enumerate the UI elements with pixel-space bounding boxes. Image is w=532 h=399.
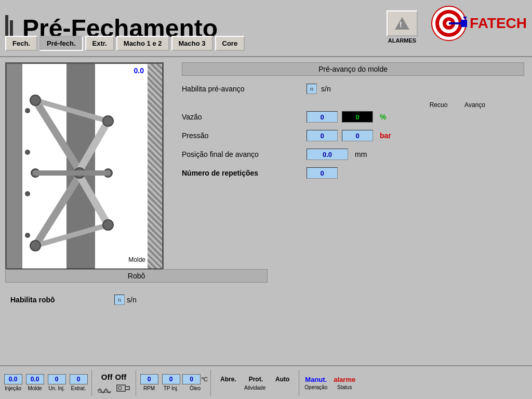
status-bar: 0.0 Injeção 0.0 Molde 0 Un. Inj. 0 Extra… — [0, 365, 532, 399]
machine-icon — [116, 383, 130, 393]
target-icon — [431, 5, 467, 42]
tab-macho3[interactable]: Macho 3 — [171, 36, 213, 51]
prot-indicator: Prot. — [245, 375, 267, 384]
auto-indicator: Auto — [271, 375, 294, 384]
robo-sn-label: s/n — [127, 296, 137, 304]
svg-line-12 — [79, 176, 108, 225]
habilita-sn-field[interactable]: n — [307, 84, 317, 94]
vazao-unit: % — [380, 113, 386, 121]
injecao-cell: 0.0 Injeção — [3, 374, 23, 391]
alarm-label: ALARMES — [388, 37, 416, 44]
mold-mechanism-svg — [20, 69, 164, 277]
pressao-inputs: 0 0 bar — [307, 130, 391, 141]
injecao-value: 0.0 — [4, 374, 22, 384]
posicao-label: Posição final de avanço — [182, 150, 307, 158]
svg-point-31 — [118, 387, 122, 390]
repeticoes-field[interactable]: 0 — [307, 167, 338, 179]
svg-point-26 — [25, 191, 30, 196]
robo-habilita-label: Habilita robô — [10, 296, 114, 304]
oleo-value-group: 0 ºC — [182, 374, 208, 384]
svg-point-25 — [25, 150, 30, 155]
atividade-indicators: Abre. Prot. Auto — [216, 375, 294, 384]
injecao-label: Injeção — [5, 385, 21, 391]
pressao-avanco-field[interactable]: 0 — [342, 130, 373, 141]
svg-point-15 — [30, 95, 41, 105]
sep3 — [210, 370, 211, 396]
vazao-recuo-field[interactable]: 0 — [307, 111, 338, 123]
oleo-cell: 0 ºC Óleo — [182, 374, 208, 391]
alarme-value: alarme — [334, 376, 355, 383]
operacao-label: Operação — [304, 384, 327, 390]
svg-point-21 — [103, 220, 113, 230]
molde-label: Molde — [128, 256, 145, 263]
oleo-unit: ºC — [202, 376, 208, 382]
vazao-label: Vazão — [182, 113, 307, 121]
heat-icon — [97, 383, 112, 393]
posicao-inputs: 0.0 mm — [307, 149, 367, 160]
tab-extr[interactable]: Extr. — [85, 36, 114, 51]
habilita-row: Habilita pré-avanço n s/n — [182, 84, 524, 94]
atividade-group: Abre. Prot. Auto Atividade — [216, 375, 294, 391]
mold-diagram: 0.0 Molde — [5, 62, 164, 281]
svg-point-27 — [25, 233, 30, 238]
vazao-avanco-field[interactable]: 0 — [342, 111, 373, 123]
un-inj-label: Un. Inj. — [48, 385, 65, 391]
un-inj-cell: 0 Un. Inj. — [46, 374, 67, 391]
rpm-value: 0 — [140, 374, 158, 384]
sep2 — [136, 370, 136, 396]
robo-content: Habilita robô n s/n — [5, 290, 268, 309]
vazao-row: Vazão 0 0 % — [182, 111, 524, 123]
svg-rect-7 — [461, 20, 467, 27]
alarm-button[interactable]: ALARMES — [387, 10, 418, 44]
col-avanco: Avanço — [457, 101, 493, 109]
fatech-text: FATECH — [470, 15, 527, 32]
habilita-sn-label: s/n — [321, 85, 331, 93]
oleo-label: Óleo — [190, 385, 201, 391]
tab-fech[interactable]: Fech. — [5, 36, 37, 51]
atividade-label: Atividade — [244, 385, 265, 391]
pre-avanco-header: Pré-avanço do molde — [182, 62, 524, 76]
status-cell-final: alarme Status — [334, 376, 355, 390]
svg-rect-30 — [125, 387, 129, 390]
posicao-field[interactable]: 0.0 — [307, 149, 348, 160]
svg-line-11 — [79, 121, 108, 170]
pressao-label: Pressão — [182, 131, 307, 140]
pressao-row: Pressão 0 0 bar — [182, 130, 524, 141]
operacao-cell: Manut. Operação — [304, 376, 327, 390]
pressao-unit: bar — [380, 131, 391, 140]
nav-tabs: Fech. Pré-fech. Extr. Macho 1 e 2 Macho … — [5, 36, 245, 51]
pressao-recuo-field[interactable]: 0 — [307, 130, 338, 141]
repeticoes-label: Número de repetições — [182, 169, 307, 177]
left-panel: 0.0 Molde Robô Habilita robô n s/n — [0, 57, 174, 364]
position-indicator: 0.0 — [134, 66, 144, 75]
right-panel: Pré-avanço do molde Habilita pré-avanço … — [174, 57, 532, 364]
col-headers: Recuo Avanço — [182, 101, 524, 109]
sep1 — [91, 370, 92, 396]
fatech-logo: FATECH — [431, 5, 527, 42]
svg-point-24 — [25, 108, 30, 113]
tp-inj-cell: 0 TP Inj. — [161, 374, 181, 391]
robo-sn-field[interactable]: n — [114, 295, 125, 305]
tab-macho12[interactable]: Macho 1 e 2 — [116, 36, 169, 51]
extrat-cell: 0 Extrat. — [68, 374, 89, 391]
robo-section: Robô Habilita robô n s/n — [5, 269, 268, 309]
vazao-inputs: 0 0 % — [307, 111, 386, 123]
svg-point-17 — [30, 241, 41, 251]
off-section: Off Off — [97, 373, 130, 393]
machine-icons — [97, 383, 130, 393]
manut-value: Manut. — [305, 376, 327, 383]
extrat-value: 0 — [70, 374, 88, 384]
posicao-row: Posição final de avanço 0.0 mm — [182, 149, 524, 160]
tab-core[interactable]: Core — [215, 36, 245, 51]
off2-label: Off — [115, 373, 127, 381]
tab-pre-fech[interactable]: Pré-fech. — [39, 36, 83, 51]
extrat-label: Extrat. — [71, 385, 86, 391]
off-labels: Off Off — [101, 373, 126, 381]
oleo-value: 0 — [182, 374, 201, 384]
abre-indicator: Abre. — [216, 375, 241, 384]
molde-status-label: Molde — [28, 385, 42, 391]
header: Pré-Fechamento Fech. Pré-fech. Extr. Mac… — [0, 0, 532, 57]
repeticoes-row: Número de repetições 0 — [182, 167, 524, 179]
col-recuo: Recuo — [420, 101, 457, 109]
rpm-label: RPM — [143, 385, 155, 391]
